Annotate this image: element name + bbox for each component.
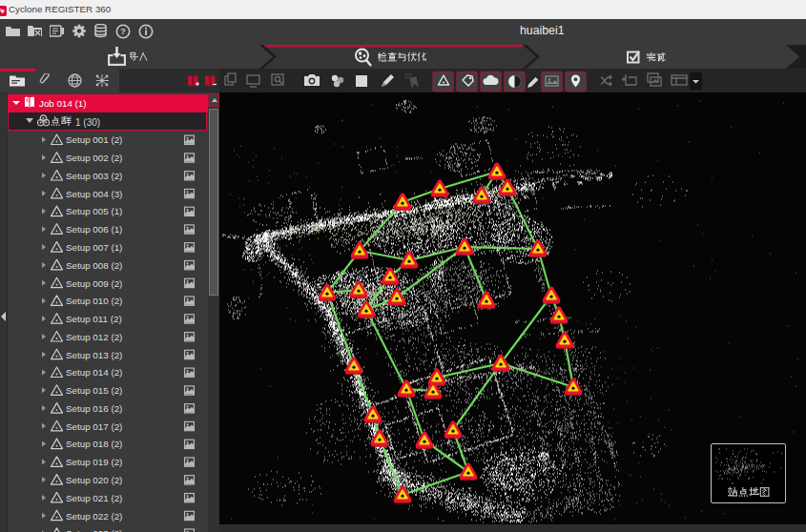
- svg-text:Setup 020 (2): Setup 020 (2): [66, 475, 122, 485]
- svg-text:Setup 023 (2): Setup 023 (2): [66, 528, 122, 532]
- svg-text:Setup 003 (2): Setup 003 (2): [66, 171, 122, 181]
- svg-text:Setup 022 (2): Setup 022 (2): [66, 511, 122, 522]
- svg-text:Setup 013 (2): Setup 013 (2): [66, 350, 122, 360]
- svg-text:Setup 009 (2): Setup 009 (2): [66, 278, 122, 289]
- svg-text:Setup 005 (1): Setup 005 (1): [66, 206, 122, 216]
- svg-text:Setup 008 (2): Setup 008 (2): [66, 260, 122, 271]
- svg-text:Setup 002 (2): Setup 002 (2): [66, 153, 122, 163]
- svg-text:Setup 021 (2): Setup 021 (2): [66, 493, 122, 503]
- svg-text:Setup 011 (2): Setup 011 (2): [66, 314, 122, 324]
- svg-text:Setup 019 (2): Setup 019 (2): [66, 457, 122, 467]
- svg-text:Setup 006 (1): Setup 006 (1): [66, 224, 122, 235]
- svg-text:Setup 004 (3): Setup 004 (3): [66, 189, 122, 199]
- svg-text:Setup 001 (2): Setup 001 (2): [66, 134, 122, 145]
- svg-text:Setup 010 (2): Setup 010 (2): [66, 296, 122, 306]
- svg-text:Setup 018 (2): Setup 018 (2): [66, 439, 122, 449]
- svg-text:Setup 012 (2): Setup 012 (2): [66, 332, 122, 342]
- svg-text:Setup 015 (2): Setup 015 (2): [66, 385, 122, 396]
- svg-text:Setup 017 (2): Setup 017 (2): [66, 421, 122, 432]
- svg-text:Setup 007 (1): Setup 007 (1): [66, 242, 122, 253]
- svg-text:Setup 014 (2): Setup 014 (2): [66, 367, 122, 378]
- svg-text:Setup 016 (2): Setup 016 (2): [66, 403, 122, 414]
